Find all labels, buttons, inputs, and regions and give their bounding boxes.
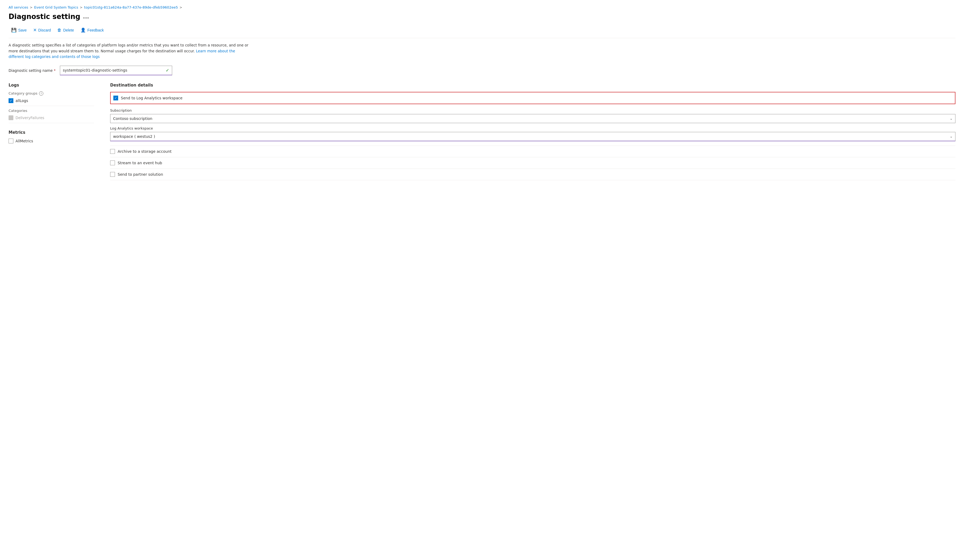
discard-icon: ✕ xyxy=(33,28,37,32)
breadcrumb-topic[interactable]: topic01stg-811a624a-8a77-437e-89de-dfeb5… xyxy=(84,5,178,9)
delivery-failures-row: DeliveryFailures xyxy=(8,115,94,120)
subscription-select[interactable]: Contoso subscription ⌄ xyxy=(110,114,956,123)
feedback-icon: 👤 xyxy=(80,28,86,32)
breadcrumb-sep-3: > xyxy=(179,6,182,9)
send-partner-checkbox[interactable] xyxy=(110,172,115,177)
all-logs-checkbox[interactable] xyxy=(8,98,13,103)
diagnostic-setting-name-label: Diagnostic setting name * xyxy=(8,68,55,73)
toolbar: 💾 Save ✕ Discard 🗑 Delete 👤 Feedback xyxy=(8,26,956,38)
log-analytics-workspace-value: workspace ( westus2 ) xyxy=(113,134,155,139)
archive-storage-option: Archive to a storage account xyxy=(110,146,956,157)
delete-icon: 🗑 xyxy=(57,28,62,32)
all-logs-row: allLogs xyxy=(8,98,94,103)
stream-event-hub-label: Stream to an event hub xyxy=(117,161,162,165)
discard-label: Discard xyxy=(38,28,51,32)
breadcrumb: All services > Event Grid System Topics … xyxy=(8,5,956,9)
categories-text: Categories xyxy=(8,109,27,113)
stream-event-hub-option: Stream to an event hub xyxy=(110,157,956,169)
send-to-log-analytics-label: Send to Log Analytics workspace xyxy=(121,96,182,100)
delete-button[interactable]: 🗑 Delete xyxy=(55,26,77,34)
required-star: * xyxy=(54,68,55,73)
diagnostic-setting-name-value: systemtopic01-diagnostic-settings xyxy=(63,68,127,72)
left-panel: Logs Category groups i allLogs Categorie… xyxy=(8,83,94,146)
subscription-chevron-icon: ⌄ xyxy=(950,117,953,120)
all-metrics-label: AllMetrics xyxy=(16,139,33,143)
delivery-failures-label: DeliveryFailures xyxy=(16,116,44,120)
all-metrics-row: AllMetrics xyxy=(8,139,94,143)
delete-label: Delete xyxy=(63,28,74,32)
breadcrumb-all-services[interactable]: All services xyxy=(8,5,28,9)
breadcrumb-event-grid[interactable]: Event Grid System Topics xyxy=(34,5,78,9)
send-to-log-analytics-checkbox[interactable] xyxy=(113,96,118,101)
logs-metrics-divider xyxy=(8,123,94,123)
discard-button[interactable]: ✕ Discard xyxy=(31,26,54,34)
save-icon: 💾 xyxy=(11,28,16,32)
destination-section-title: Destination details xyxy=(110,83,956,88)
info-icon[interactable]: i xyxy=(39,91,43,96)
logs-section-title: Logs xyxy=(8,83,94,88)
feedback-button[interactable]: 👤 Feedback xyxy=(78,26,106,34)
log-analytics-sub-content: Subscription Contoso subscription ⌄ Log … xyxy=(110,105,956,146)
archive-storage-checkbox[interactable] xyxy=(110,149,115,154)
send-partner-option: Send to partner solution xyxy=(110,169,956,180)
categories-section: Categories DeliveryFailures xyxy=(8,109,94,120)
subscription-value: Contoso subscription xyxy=(113,117,152,121)
breadcrumb-sep-2: > xyxy=(80,6,83,9)
main-content: Logs Category groups i allLogs Categorie… xyxy=(8,83,956,180)
save-label: Save xyxy=(18,28,27,32)
page-title-container: Diagnostic setting ... xyxy=(8,13,956,21)
log-analytics-workspace-chevron-icon: ⌄ xyxy=(950,135,953,138)
right-panel: Destination details Send to Log Analytic… xyxy=(110,83,956,180)
stream-event-hub-checkbox[interactable] xyxy=(110,161,115,165)
breadcrumb-sep-1: > xyxy=(30,6,33,9)
send-to-log-analytics-option: Send to Log Analytics workspace xyxy=(110,92,956,104)
delivery-failures-checkbox[interactable] xyxy=(8,115,13,120)
log-analytics-workspace-select[interactable]: workspace ( westus2 ) ⌄ xyxy=(110,132,956,141)
archive-storage-label: Archive to a storage account xyxy=(117,149,172,154)
diagnostic-setting-name-row: Diagnostic setting name * systemtopic01-… xyxy=(8,66,956,75)
log-analytics-workspace-label: Log Analytics workspace xyxy=(110,126,956,130)
categories-label-text: Categories xyxy=(8,109,94,113)
metrics-section-title: Metrics xyxy=(8,130,94,135)
feedback-label: Feedback xyxy=(88,28,104,32)
all-logs-label: allLogs xyxy=(16,99,28,103)
category-groups-text: Category groups xyxy=(8,91,37,95)
send-partner-label: Send to partner solution xyxy=(117,172,163,177)
diagnostic-setting-name-input[interactable]: systemtopic01-diagnostic-settings ✓ xyxy=(60,66,172,75)
checkmark-icon: ✓ xyxy=(166,68,169,73)
subscription-label: Subscription xyxy=(110,109,956,112)
description: A diagnostic setting specifies a list of… xyxy=(8,42,249,60)
page-title: Diagnostic setting xyxy=(8,13,80,21)
category-groups-label: Category groups i xyxy=(8,91,94,96)
all-metrics-checkbox[interactable] xyxy=(8,139,13,143)
page-title-ellipsis[interactable]: ... xyxy=(83,13,89,20)
save-button[interactable]: 💾 Save xyxy=(8,26,29,34)
